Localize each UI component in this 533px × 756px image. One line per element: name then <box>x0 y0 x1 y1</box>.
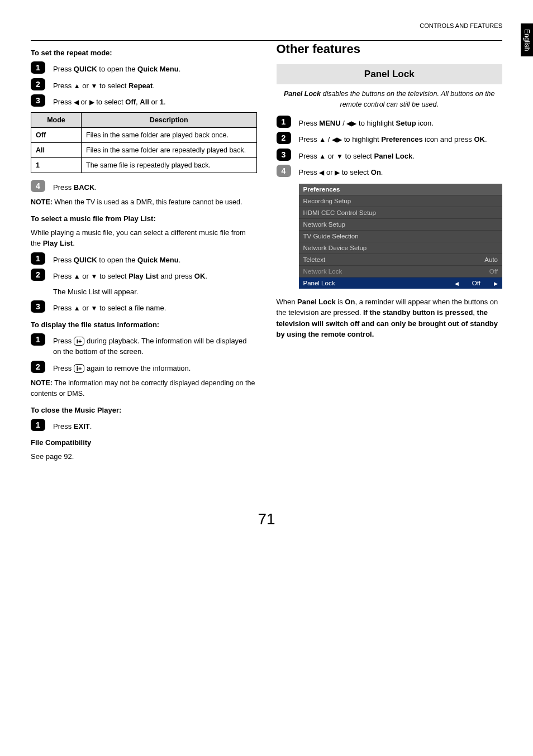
step-badge-2: 2 <box>31 269 45 281</box>
up-arrow-icon <box>74 303 80 313</box>
preferences-row-value: Off <box>489 268 498 275</box>
preferences-row-label: Network Device Setup <box>303 245 367 251</box>
step-badge-4: 4 <box>277 165 291 177</box>
heading-select-music: To select a music file from Play List: <box>31 214 257 223</box>
panel-lock-outro: When Panel Lock is On, a reminder will a… <box>277 296 503 340</box>
step-badge-4: 4 <box>31 180 45 192</box>
preferences-panel: Preferences Recording SetupHDMI CEC Cont… <box>299 184 503 289</box>
note-dmr: NOTE: When the TV is used as a DMR, this… <box>31 197 257 208</box>
down-arrow-icon <box>91 81 98 91</box>
step-3-text: Press or to select Off, All or 1. <box>53 94 257 108</box>
preferences-row: Network Setup <box>299 218 503 230</box>
heading-close-player: To close the Music Player: <box>31 406 257 414</box>
table-row: 1The same file is repeatedly played back… <box>31 157 257 173</box>
left-column: To set the repeat mode: 1 Press QUICK to… <box>31 42 257 466</box>
preferences-row-label: HDMI CEC Control Setup <box>303 209 376 216</box>
table-header-row: Mode Description <box>31 112 257 127</box>
display-step-2: 2 Press again to remove the information. <box>31 361 257 374</box>
heading-status-info: To display the file status information: <box>31 320 257 329</box>
preferences-row-label: Network Lock <box>303 268 342 275</box>
step-4-text: Press BACK. <box>53 180 257 193</box>
table-row: OffFiles in the same folder are played b… <box>31 127 257 142</box>
step-1: 1 Press QUICK to open the Quick Menu. <box>31 61 257 75</box>
heading-repeat-mode: To set the repeat mode: <box>31 49 257 57</box>
step-3: 3 Press or to select Off, All or 1. <box>31 94 257 108</box>
page-number: 71 <box>31 510 502 528</box>
right-column: Other features Panel Lock Panel Lock dis… <box>277 42 503 466</box>
panel-step-3: 3 Press or to select Panel Lock. <box>277 149 503 162</box>
step-badge-2: 2 <box>277 132 291 144</box>
music-step-3: 3 Press or to select a file name. <box>31 300 257 314</box>
step-badge-1: 1 <box>31 419 45 431</box>
preferences-title: Preferences <box>299 184 503 195</box>
close-step-1: 1 Press EXIT. <box>31 419 257 432</box>
step-badge-2: 2 <box>31 361 45 373</box>
preferences-row: Network LockOff <box>299 265 503 277</box>
section-title: CONTROLS AND FEATURES <box>420 22 502 29</box>
info-button-icon <box>74 337 84 346</box>
step-badge-3: 3 <box>277 149 291 161</box>
heading-other-features: Other features <box>277 42 503 56</box>
down-arrow-icon <box>336 151 343 161</box>
repeat-mode-table: Mode Description OffFiles in the same fo… <box>31 112 257 173</box>
language-tab: English <box>521 23 533 56</box>
step-2: 2 Press or to select Repeat. <box>31 78 257 92</box>
table-th-desc: Description <box>82 112 257 127</box>
panel-lock-intro: Panel Lock disables the buttons on the t… <box>277 89 503 110</box>
step-badge-1: 1 <box>31 61 45 74</box>
music-intro: While playing a music file, you can sele… <box>31 227 257 249</box>
table-th-mode: Mode <box>31 112 82 127</box>
preferences-row: Recording Setup <box>299 195 503 207</box>
header-row: CONTROLS AND FEATURES <box>31 22 502 29</box>
heading-panel-lock: Panel Lock <box>277 64 503 84</box>
step-badge-3: 3 <box>31 300 45 313</box>
step-4: 4 Press BACK. <box>31 180 257 193</box>
up-arrow-icon <box>74 81 80 91</box>
right-arrow-icon <box>335 168 340 178</box>
note-info: NOTE: The information may not be correct… <box>31 378 257 399</box>
preferences-row-label: Network Setup <box>303 221 345 228</box>
step-badge-1: 1 <box>277 116 291 128</box>
page: CONTROLS AND FEATURES English To set the… <box>0 0 533 756</box>
preferences-row: Network Device Setup <box>299 242 503 253</box>
preferences-row-label: Teletext <box>303 256 326 263</box>
left-arrow-icon <box>455 280 459 286</box>
table-row: AllFiles in the same folder are repeated… <box>31 142 257 157</box>
step-badge-1: 1 <box>31 333 45 346</box>
right-arrow-icon <box>494 280 498 286</box>
compat-text: See page 92. <box>31 451 257 462</box>
up-arrow-icon <box>319 135 326 145</box>
preferences-row-value: Auto <box>484 256 498 263</box>
up-arrow-icon <box>319 151 326 161</box>
left-arrow-icon <box>346 118 351 128</box>
panel-step-1: 1 Press MENU / to highlight Setup icon. <box>277 116 503 129</box>
preferences-row: TeletextAuto <box>299 253 503 265</box>
left-arrow-icon <box>74 97 79 107</box>
down-arrow-icon <box>91 303 98 313</box>
music-step-2: 2 Press or to select Play List and press… <box>31 269 257 297</box>
up-arrow-icon <box>74 271 80 281</box>
heading-file-compat: File Compatibility <box>31 438 257 447</box>
panel-step-2: 2 Press / to highlight Preferences icon … <box>277 132 503 145</box>
preferences-row-value: Off <box>455 280 498 286</box>
step-badge-1: 1 <box>31 252 45 265</box>
preferences-row-label: TV Guide Selection <box>303 233 359 240</box>
step-badge-2: 2 <box>31 78 45 90</box>
preferences-row-label: Recording Setup <box>303 198 351 204</box>
preferences-row: TV Guide Selection <box>299 230 503 242</box>
panel-step-4: 4 Press or to select On. <box>277 165 503 178</box>
display-step-1: 1 Press during playback. The information… <box>31 333 257 357</box>
right-arrow-icon <box>89 97 94 107</box>
down-arrow-icon <box>91 271 98 281</box>
info-button-icon <box>74 364 84 373</box>
step-1-text: Press QUICK to open the Quick Menu. <box>53 61 257 75</box>
step-2-text: Press or to select Repeat. <box>53 78 257 92</box>
preferences-row-label: Panel Lock <box>303 280 335 286</box>
preferences-row: Panel LockOff <box>299 277 503 289</box>
music-step-1: 1 Press QUICK to open the Quick Menu. <box>31 252 257 266</box>
left-arrow-icon <box>319 168 324 178</box>
preferences-row: HDMI CEC Control Setup <box>299 207 503 218</box>
right-arrow-icon <box>337 135 342 145</box>
header-rule <box>31 40 502 41</box>
step-badge-3: 3 <box>31 94 45 107</box>
